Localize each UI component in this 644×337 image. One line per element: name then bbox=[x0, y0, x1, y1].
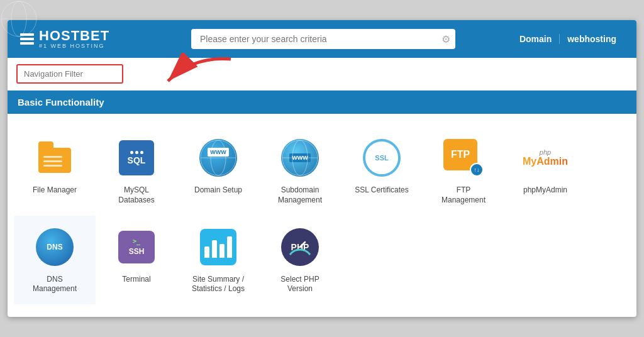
icon-label-dns: DNSManagement bbox=[33, 275, 77, 294]
summary-icon bbox=[200, 229, 236, 265]
ftp-icon: FTP ↑↓ bbox=[443, 139, 484, 177]
svg-point-7 bbox=[8, 20, 36, 36]
browser-window: HOSTBET #1 WEB HOSTING ⚙ Domain webhosti… bbox=[8, 20, 636, 316]
search-input-wrap: ⚙ bbox=[191, 29, 455, 49]
icon-label-file-manager: File Manager bbox=[33, 185, 77, 196]
section-header: Basic Functionality bbox=[8, 91, 636, 114]
filter-row bbox=[8, 58, 636, 91]
navigation-filter-input[interactable] bbox=[16, 64, 123, 84]
icon-label-phpmyadmin: phpMyAdmin bbox=[523, 185, 567, 196]
icon-item-file-manager[interactable]: File Manager bbox=[14, 126, 96, 215]
svg-point-8 bbox=[11, 20, 26, 36]
icon-label-subdomain: SubdomainManagement bbox=[278, 185, 322, 205]
terminal-icon: >_ SSH bbox=[118, 231, 155, 263]
search-icon-button[interactable]: ⚙ bbox=[441, 33, 450, 45]
php-version-icon: PHP bbox=[281, 228, 319, 266]
logo-brand: HOSTBET bbox=[39, 29, 109, 43]
icon-label-terminal: Terminal bbox=[122, 275, 150, 285]
icon-label-summary: Site Summary /Statistics / Logs bbox=[192, 275, 245, 294]
icon-item-terminal[interactable]: >_ SSH Terminal bbox=[96, 216, 177, 304]
icon-label-ftp: FTPManagement bbox=[441, 185, 486, 205]
arrow-annotation bbox=[118, 53, 243, 97]
navbar: HOSTBET #1 WEB HOSTING ⚙ Domain webhosti… bbox=[8, 20, 636, 58]
icon-item-php-version[interactable]: PHP Select PHPVersion bbox=[259, 216, 341, 304]
subdomain-icon: WWW bbox=[281, 139, 319, 177]
icon-item-phpmyadmin[interactable]: php MyAdmin phpMyAdmin bbox=[504, 126, 586, 215]
icon-label-php-version: Select PHPVersion bbox=[280, 275, 319, 294]
icon-label-mysql: MySQLDatabases bbox=[118, 185, 154, 205]
dns-icon: DNS bbox=[36, 228, 74, 266]
domain-setup-icon: WWW bbox=[199, 139, 237, 177]
nav-links: Domain webhosting bbox=[512, 34, 624, 44]
file-manager-icon bbox=[38, 143, 71, 173]
icons-grid: File Manager SQL MySQLDatabases bbox=[8, 114, 636, 316]
phpmyadmin-icon: php MyAdmin bbox=[523, 148, 568, 167]
icon-item-mysql[interactable]: SQL MySQLDatabases bbox=[96, 126, 177, 215]
search-input[interactable] bbox=[191, 29, 455, 49]
icon-item-ftp[interactable]: FTP ↑↓ FTPManagement bbox=[423, 126, 504, 215]
ssl-icon: SSL bbox=[363, 139, 401, 177]
icon-item-dns[interactable]: DNS DNSManagement bbox=[14, 216, 96, 304]
icon-label-domain-setup: Domain Setup bbox=[194, 185, 242, 196]
icon-label-ssl: SSL Certificates bbox=[355, 185, 409, 196]
logo-tagline: #1 WEB HOSTING bbox=[39, 43, 109, 49]
nav-link-domain[interactable]: Domain bbox=[512, 34, 560, 44]
icon-item-ssl[interactable]: SSL SSL Certificates bbox=[341, 126, 423, 215]
icon-item-subdomain[interactable]: WWW SubdomainManagement bbox=[259, 126, 341, 215]
mysql-icon: SQL bbox=[119, 140, 154, 175]
icon-item-domain-setup[interactable]: WWW Domain Setup bbox=[177, 126, 259, 215]
svg-line-10 bbox=[300, 242, 305, 247]
search-area: ⚙ bbox=[135, 29, 512, 49]
nav-link-webhosting[interactable]: webhosting bbox=[560, 34, 624, 44]
icon-item-summary[interactable]: Site Summary /Statistics / Logs bbox=[177, 216, 259, 304]
